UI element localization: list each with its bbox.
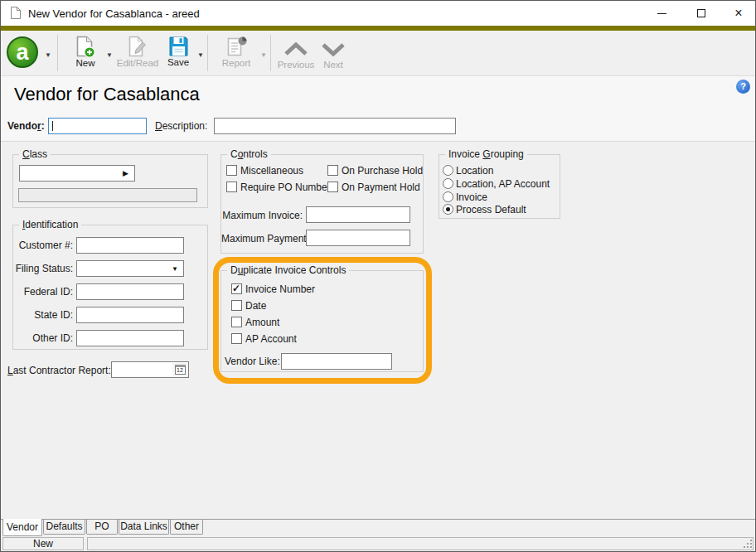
vendor-label: Vendor: xyxy=(7,120,45,132)
on-payment-hold-checkbox[interactable] xyxy=(327,182,338,192)
tab-vendor[interactable]: Vendor xyxy=(2,519,42,536)
federal-id-input[interactable] xyxy=(76,283,184,300)
state-id-input[interactable] xyxy=(76,307,184,323)
last-contractor-report-label: Last Contractor Report: xyxy=(7,365,109,376)
bottom-tab-bar: Vendor Defaults PO Data Links Other xyxy=(1,519,755,536)
ap-account-checkbox[interactable] xyxy=(231,333,242,344)
controls-group-label: Controls xyxy=(227,148,271,160)
amount-checkbox[interactable] xyxy=(231,317,242,327)
process-default-radio-label: Process Default xyxy=(456,204,526,215)
close-button[interactable]: × xyxy=(721,1,756,26)
status-message-panel xyxy=(87,537,754,550)
window-document-icon xyxy=(10,6,22,23)
app-logo-button[interactable]: a xyxy=(7,36,38,68)
report-dropdown-arrow-icon[interactable]: ▼ xyxy=(260,51,267,59)
identification-group-label: Identification xyxy=(19,219,81,230)
location-radio-label: Location xyxy=(456,165,493,177)
combo-arrow-icon: ▶ xyxy=(123,169,128,177)
require-po-number-checkbox[interactable] xyxy=(226,182,237,192)
identification-group: Identification Customer #: Filing Status… xyxy=(12,225,208,350)
vendor-input[interactable] xyxy=(48,118,147,134)
previous-button[interactable]: Previous xyxy=(275,35,317,73)
chevron-up-icon xyxy=(283,42,309,56)
maximum-payment-label: Maximum Payment: xyxy=(221,233,303,245)
on-payment-hold-label: On Payment Hold xyxy=(342,182,420,193)
resize-grip[interactable] xyxy=(750,546,752,548)
filing-status-label: Filing Status: xyxy=(13,263,73,274)
invoice-number-label: Invoice Number xyxy=(245,283,315,295)
status-bar: New xyxy=(1,536,755,551)
calendar-icon: 12 xyxy=(175,365,186,375)
ap-account-label: AP Account xyxy=(245,333,297,345)
new-dropdown-arrow-icon[interactable]: ▼ xyxy=(106,51,113,59)
location-ap-account-radio-label: Location, AP Account xyxy=(456,178,550,190)
on-purchase-hold-checkbox[interactable] xyxy=(327,165,338,176)
miscellaneous-label: Miscellaneous xyxy=(240,165,303,177)
date-checkbox[interactable] xyxy=(231,300,242,311)
edit-read-button[interactable]: Edit/Read xyxy=(115,35,160,73)
new-button[interactable]: New xyxy=(67,35,104,73)
class-group-label: Class xyxy=(19,148,51,160)
customer-number-input[interactable] xyxy=(76,237,184,254)
invoice-number-checkbox[interactable] xyxy=(231,283,242,294)
help-icon[interactable]: ? xyxy=(736,80,750,94)
calendar-button[interactable]: 12 xyxy=(172,363,187,376)
dropdown-arrow-icon: ▼ xyxy=(172,265,178,273)
tab-other[interactable]: Other xyxy=(170,520,203,535)
edit-document-icon xyxy=(127,36,148,58)
report-icon xyxy=(225,36,248,58)
other-id-input[interactable] xyxy=(76,330,184,346)
toolbar-separator xyxy=(207,35,208,71)
amount-label: Amount xyxy=(245,317,279,328)
vendor-like-label: Vendor Like: xyxy=(225,356,278,367)
report-button[interactable]: Report xyxy=(216,35,257,73)
vendor-like-input[interactable] xyxy=(281,353,392,370)
chevron-down-icon xyxy=(320,42,346,56)
invoice-grouping-group: Invoice Grouping Location Location, AP A… xyxy=(439,154,560,219)
toolbar-separator xyxy=(270,35,271,71)
tab-data-links[interactable]: Data Links xyxy=(119,520,169,535)
window-title: New Vendor for Casablanca - areed xyxy=(28,7,200,20)
titlebar: New Vendor for Casablanca - areed × xyxy=(1,1,755,26)
last-contractor-report-input[interactable]: 12 xyxy=(111,361,189,378)
form-area: Class ▶ Identification Customer #: Filin… xyxy=(1,142,755,519)
require-po-number-label: Require PO Number xyxy=(240,182,331,193)
tab-po[interactable]: PO xyxy=(86,520,118,535)
tab-defaults[interactable]: Defaults xyxy=(43,520,85,535)
maximize-button[interactable] xyxy=(684,1,719,26)
description-input[interactable] xyxy=(214,118,456,134)
save-floppy-icon xyxy=(168,36,189,57)
controls-group: Controls Miscellaneous On Purchase Hold … xyxy=(220,154,424,254)
logo-letter: a xyxy=(16,40,28,65)
description-label: Description: xyxy=(155,120,207,132)
invoice-radio[interactable] xyxy=(443,191,453,202)
process-default-radio[interactable] xyxy=(443,204,453,215)
invoice-radio-label: Invoice xyxy=(456,191,487,203)
location-radio[interactable] xyxy=(443,165,453,176)
federal-id-label: Federal ID: xyxy=(13,286,73,298)
next-button[interactable]: Next xyxy=(318,35,348,73)
page-title: Vendor for Casablanca xyxy=(14,84,200,105)
invoice-grouping-group-label: Invoice Grouping xyxy=(445,148,527,160)
minimize-button[interactable] xyxy=(644,1,679,26)
minimize-icon xyxy=(657,13,666,14)
new-document-icon xyxy=(75,36,96,58)
maximum-payment-input[interactable] xyxy=(306,230,410,246)
save-button[interactable]: Save xyxy=(162,35,195,73)
toolbar: a ▼ New ▼ Edit/Read xyxy=(1,31,755,76)
save-dropdown-arrow-icon[interactable]: ▼ xyxy=(197,51,204,59)
class-group: Class ▶ xyxy=(12,154,208,208)
miscellaneous-checkbox[interactable] xyxy=(226,165,237,176)
logo-dropdown-arrow-icon[interactable]: ▼ xyxy=(45,51,51,59)
location-ap-account-radio[interactable] xyxy=(443,178,453,189)
customer-number-label: Customer #: xyxy=(13,240,73,251)
duplicate-invoice-controls-label: Duplicate Invoice Controls xyxy=(227,264,349,276)
maximum-invoice-input[interactable] xyxy=(306,206,410,223)
duplicate-invoice-controls-group: Duplicate Invoice Controls Invoice Numbe… xyxy=(220,270,424,372)
filing-status-dropdown[interactable]: ▼ xyxy=(76,260,184,277)
maximize-icon xyxy=(697,9,705,17)
maximum-invoice-label: Maximum Invoice: xyxy=(221,210,303,221)
toolbar-separator xyxy=(57,35,58,71)
state-id-label: State ID: xyxy=(13,309,73,321)
class-combo[interactable]: ▶ xyxy=(19,165,135,182)
